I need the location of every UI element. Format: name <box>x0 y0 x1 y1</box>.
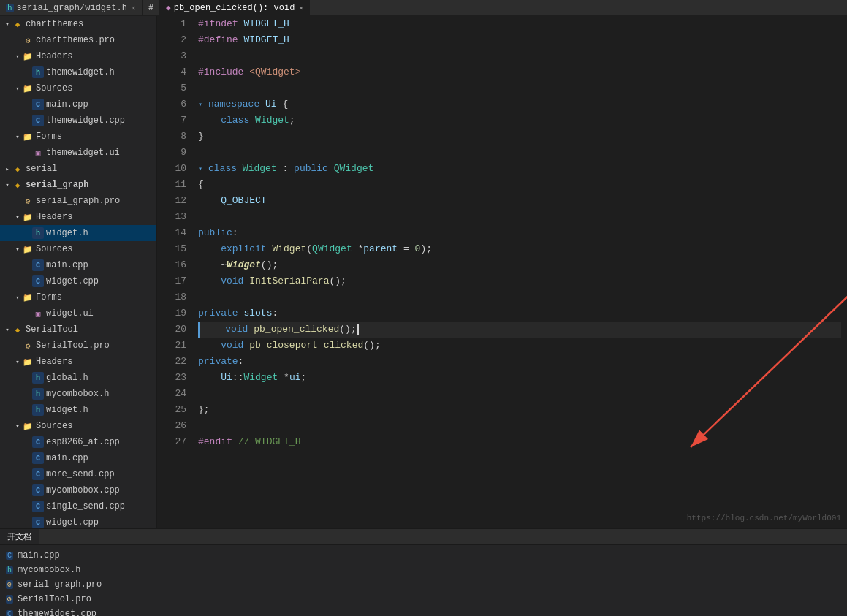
line-number-23: 23 <box>166 370 186 386</box>
tab-close-icon[interactable]: ✕ <box>132 4 136 12</box>
sidebar-item-chartthemes-pro[interactable]: ⚙chartthemes.pro <box>0 32 156 48</box>
code-line-26 <box>198 418 841 434</box>
sidebar-item-widget-h2[interactable]: hwidget.h <box>0 402 156 418</box>
arrow-down-icon <box>3 180 12 189</box>
tab-close-icon2[interactable]: ✕ <box>299 4 303 12</box>
sidebar-item-sources3[interactable]: 📁Sources <box>0 418 156 434</box>
cpp-file-icon: C <box>32 99 44 110</box>
sidebar-item-label: main.cpp <box>46 260 88 270</box>
bottom-tab-label: 开文档 <box>7 531 31 542</box>
sidebar-item-serial-graph[interactable]: ◆serial_graph <box>0 177 156 193</box>
arrow-none <box>23 261 32 270</box>
sidebar-item-serialtool[interactable]: ◆SerialTool <box>0 322 156 338</box>
arrow-none <box>23 309 32 318</box>
sidebar-item-sources1[interactable]: 📁Sources <box>0 80 156 96</box>
bottom-tab-documents[interactable]: 开文档 <box>0 529 39 544</box>
sidebar-item-global-h[interactable]: hglobal.h <box>0 370 156 386</box>
sidebar-item-main-cpp3[interactable]: Cmain.cpp <box>0 450 156 466</box>
sidebar-item-themewidget-cpp[interactable]: Cthemewidget.cpp <box>0 113 156 129</box>
sidebar-item-widget-cpp1[interactable]: Cwidget.cpp <box>0 273 156 289</box>
file-icon: C <box>6 552 13 560</box>
line-number-11: 11 <box>166 177 186 193</box>
folder-icon: 📁 <box>22 243 34 255</box>
h-file-icon: h <box>32 372 44 384</box>
code-line-5 <box>198 80 841 96</box>
file-icon: ⚙ <box>6 595 13 604</box>
sidebar-item-widget-ui[interactable]: ▣widget.ui <box>0 305 156 322</box>
code-line-19: private slots: <box>198 305 841 322</box>
tab-pb-open-label: pb_open_clicked(): void <box>174 3 295 13</box>
sidebar-item-label: widget.cpp <box>46 276 99 286</box>
sidebar-item-main-cpp2[interactable]: Cmain.cpp <box>0 257 156 273</box>
arrow-down-icon <box>13 84 22 93</box>
h-file-icon: h <box>32 388 44 400</box>
file-icon: ⚙ <box>6 580 13 589</box>
code-line-9 <box>198 145 841 161</box>
line-number-16: 16 <box>166 257 186 273</box>
sidebar-item-label: serial_graph <box>26 180 88 190</box>
tab-hash[interactable]: # <box>143 0 160 15</box>
sidebar-item-main-cpp1[interactable]: Cmain.cpp <box>0 96 156 113</box>
arrow-down-icon <box>13 293 22 302</box>
folder-icon: 📁 <box>22 50 34 62</box>
sidebar-item-label: Headers <box>36 51 72 61</box>
sidebar-item-mycombobox-cpp[interactable]: Cmycombobox.cpp <box>0 482 156 498</box>
bottom-file-item[interactable]: Cthemewidget.cpp <box>6 607 841 616</box>
bottom-file-item[interactable]: ⚙SerialTool.pro <box>6 592 841 607</box>
sidebar-item-esp8266-cpp[interactable]: Cesp8266_at.cpp <box>0 434 156 450</box>
sidebar-item-forms2[interactable]: 📁Forms <box>0 289 156 305</box>
arrow-down-icon <box>13 357 22 366</box>
sidebar-item-mycombobox-h[interactable]: hmycombobox.h <box>0 386 156 402</box>
bottom-file-item[interactable]: ⚙serial_graph.pro <box>6 577 841 592</box>
line-number-12: 12 <box>166 193 186 209</box>
code-line-10: ▾class Widget : public QWidget <box>198 161 841 177</box>
arrow-down-icon <box>13 213 22 221</box>
code-line-18 <box>198 289 841 305</box>
sidebar-item-label: chartthemes <box>26 19 83 29</box>
sidebar-item-widget-cpp2[interactable]: Cwidget.cpp <box>0 514 156 528</box>
sidebar-item-headers3[interactable]: 📁Headers <box>0 354 156 370</box>
tab-pb-open[interactable]: ◆ pb_open_clicked(): void ✕ <box>160 0 310 15</box>
line-number-2: 2 <box>166 32 186 48</box>
tab-widget-h[interactable]: h serial_graph/widget.h ✕ <box>0 0 143 15</box>
sidebar-item-serial[interactable]: ◆serial <box>0 161 156 177</box>
fold-indicator[interactable]: ▾ <box>198 97 208 106</box>
sidebar-item-themewidget-h[interactable]: hthemewidget.h <box>0 64 156 80</box>
code-line-1: #ifndef WIDGET_H <box>198 16 841 32</box>
code-line-23: Ui::Widget *ui; <box>198 370 841 386</box>
code-line-24 <box>198 386 841 402</box>
sidebar-item-widget-h-file[interactable]: hwidget.h <box>0 225 156 241</box>
sidebar-item-serial-graph-pro[interactable]: ⚙serial_graph.pro <box>0 193 156 209</box>
sidebar-item-serialtool-pro[interactable]: ⚙SerialTool.pro <box>0 338 156 354</box>
bottom-panel: 开文档 Cmain.cpphmycombobox.h⚙serial_graph.… <box>0 528 847 616</box>
sidebar-item-more-send-cpp[interactable]: Cmore_send.cpp <box>0 466 156 482</box>
ui-file-icon: ▣ <box>32 308 44 319</box>
code-line-2: #define WIDGET_H <box>198 32 841 48</box>
fold-indicator[interactable]: ▾ <box>198 161 208 170</box>
arrow-down-icon <box>13 132 22 141</box>
editor-area[interactable]: 1234567891011121314151617181920212223242… <box>157 16 847 528</box>
sidebar-item-forms1[interactable]: 📁Forms <box>0 129 156 145</box>
sidebar-item-label: esp8266_at.cpp <box>46 437 120 447</box>
pro-file-icon: ⚙ <box>22 340 34 351</box>
line-number-9: 9 <box>166 145 186 161</box>
sidebar-item-label: serial <box>26 164 57 174</box>
arrow-none <box>13 36 22 45</box>
sidebar-item-label: serial_graph.pro <box>36 196 120 206</box>
code-line-25: }; <box>198 402 841 418</box>
sidebar-item-label: single_send.cpp <box>46 501 125 512</box>
code-line-16: ~Widget(); <box>198 257 841 273</box>
sidebar-item-label: Sources <box>36 83 72 94</box>
code-line-14: public: <box>198 225 841 241</box>
code-line-3 <box>198 48 841 64</box>
sidebar-item-themewidget-ui[interactable]: ▣themewidget.ui <box>0 145 156 161</box>
sidebar-item-headers1[interactable]: 📁Headers <box>0 48 156 64</box>
bottom-file-item[interactable]: Cmain.cpp <box>6 548 841 563</box>
sidebar-item-chartthemes[interactable]: ◆chartthemes <box>0 16 156 32</box>
cpp-file-icon: C <box>32 275 44 287</box>
code-lines[interactable]: #ifndef WIDGET_H#define WIDGET_H#include… <box>192 16 847 528</box>
sidebar-item-headers2[interactable]: 📁Headers <box>0 209 156 225</box>
sidebar-item-single-send-cpp[interactable]: Csingle_send.cpp <box>0 498 156 514</box>
bottom-file-item[interactable]: hmycombobox.h <box>6 563 841 577</box>
sidebar-item-sources2[interactable]: 📁Sources <box>0 241 156 257</box>
